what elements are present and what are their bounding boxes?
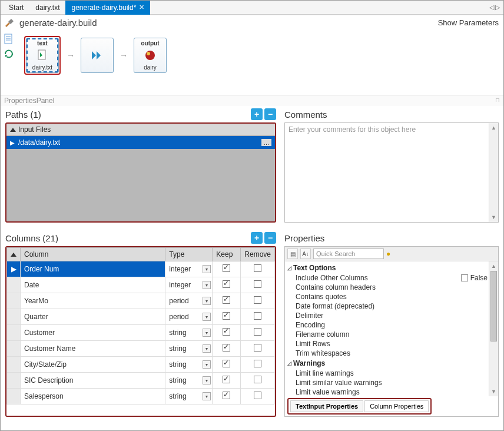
cell-type[interactable]: string▾: [165, 389, 213, 405]
sort-az-icon[interactable]: A↓: [300, 248, 311, 259]
cell-type[interactable]: integer▾: [165, 277, 213, 293]
remove-checkbox[interactable]: [254, 328, 261, 336]
group-warnings[interactable]: ◿Warnings: [287, 358, 498, 369]
remove-path-button[interactable]: −: [264, 108, 276, 120]
remove-checkbox[interactable]: [254, 392, 261, 399]
cell-name[interactable]: Date: [21, 277, 165, 293]
cell-type[interactable]: period▾: [165, 293, 213, 309]
remove-checkbox[interactable]: [254, 264, 261, 272]
prop-limit-line-warnings[interactable]: Limit line warnings: [287, 369, 498, 378]
dropdown-icon[interactable]: ▾: [203, 360, 211, 369]
keep-checkbox[interactable]: [223, 296, 230, 304]
prop-limit-similar-warnings[interactable]: Limit similar value warnings: [287, 378, 498, 387]
prop-limit-value-warnings[interactable]: Limit value warnings: [287, 387, 498, 396]
categorized-icon[interactable]: ▤: [287, 248, 298, 259]
col-header-type[interactable]: Type: [165, 248, 213, 261]
tab-textinput-properties[interactable]: TextInput Properties: [290, 400, 363, 412]
collapse-icon[interactable]: ◿: [287, 360, 291, 366]
cell-type[interactable]: string▾: [165, 373, 213, 389]
keep-checkbox[interactable]: [223, 328, 230, 336]
scroll-up-icon[interactable]: ▲: [489, 123, 498, 132]
tab-column-properties[interactable]: Column Properties: [364, 400, 429, 412]
prop-trim-ws[interactable]: Trim whitespaces: [287, 349, 498, 358]
remove-column-button[interactable]: −: [264, 232, 276, 244]
remove-checkbox[interactable]: [254, 280, 261, 288]
dropdown-icon[interactable]: ▾: [203, 376, 211, 384]
cell-name[interactable]: SIC Description: [21, 373, 165, 389]
tab-nav-left-icon[interactable]: ◁: [489, 4, 494, 11]
scroll-up-icon[interactable]: ▲: [489, 261, 498, 271]
refresh-icon[interactable]: [4, 49, 14, 59]
node-transform[interactable]: [81, 38, 114, 73]
keep-checkbox[interactable]: [223, 344, 230, 352]
scrollbar[interactable]: ▲ ▼: [489, 261, 498, 396]
pin-icon[interactable]: ⊓: [495, 97, 500, 105]
cell-name[interactable]: Customer Name: [21, 341, 165, 357]
remove-checkbox[interactable]: [254, 296, 261, 304]
close-icon[interactable]: ✕: [139, 4, 144, 11]
cell-type[interactable]: integer▾: [165, 261, 213, 277]
cell-name[interactable]: Order Num: [21, 261, 165, 277]
dropdown-icon[interactable]: ▾: [203, 329, 211, 337]
col-header-remove[interactable]: Remove: [241, 248, 275, 261]
cell-type[interactable]: string▾: [165, 357, 213, 373]
node-output[interactable]: output dairy: [134, 38, 167, 73]
dropdown-icon[interactable]: ▾: [203, 297, 211, 305]
table-row[interactable]: Customer string▾: [7, 325, 275, 341]
add-path-button[interactable]: +: [251, 108, 263, 120]
cell-type[interactable]: string▾: [165, 325, 213, 341]
prop-encoding[interactable]: Encoding: [287, 320, 498, 330]
group-text-options[interactable]: ◿Text Options: [287, 263, 498, 273]
collapse-icon[interactable]: ◿: [287, 265, 291, 271]
tab-start[interactable]: Start: [3, 1, 29, 15]
keep-checkbox[interactable]: [223, 392, 230, 399]
checkbox-icon[interactable]: [461, 274, 468, 281]
document-icon[interactable]: [4, 34, 14, 44]
prop-delimiter[interactable]: Delimiter: [287, 311, 498, 320]
cell-name[interactable]: YearMo: [21, 293, 165, 309]
remove-checkbox[interactable]: [254, 344, 261, 352]
keep-checkbox[interactable]: [223, 312, 230, 320]
tab-dairy[interactable]: dairy.txt: [29, 1, 65, 15]
bulb-icon[interactable]: ●: [386, 250, 390, 258]
prop-include-other[interactable]: Include Other ColumnsFalse: [287, 273, 498, 283]
corner-cell[interactable]: [7, 248, 21, 261]
prop-contains-quotes[interactable]: Contains quotes: [287, 292, 498, 301]
dropdown-icon[interactable]: ▾: [203, 344, 211, 353]
keep-checkbox[interactable]: [223, 264, 230, 272]
prop-filename-column[interactable]: Filename column: [287, 330, 498, 339]
dropdown-icon[interactable]: ▾: [203, 265, 211, 273]
keep-checkbox[interactable]: [223, 280, 230, 288]
node-text-input[interactable]: text dairy.txt: [26, 38, 59, 73]
cell-name[interactable]: City/State/Zip: [21, 357, 165, 373]
scrollbar[interactable]: ▲ ▼: [489, 123, 498, 222]
table-row[interactable]: Salesperson string▾: [7, 389, 275, 405]
cell-type[interactable]: string▾: [165, 341, 213, 357]
show-parameters-link[interactable]: Show Parameters: [438, 18, 499, 27]
remove-checkbox[interactable]: [254, 376, 261, 383]
dropdown-icon[interactable]: ▾: [203, 392, 211, 400]
remove-checkbox[interactable]: [254, 312, 261, 320]
prop-contains-headers[interactable]: Contains column headers: [287, 283, 498, 292]
scroll-down-icon[interactable]: ▼: [489, 387, 498, 396]
path-row[interactable]: ▶ /data/dairy.txt ...: [6, 136, 275, 149]
scroll-thumb[interactable]: [490, 271, 497, 342]
keep-checkbox[interactable]: [223, 376, 230, 383]
table-row[interactable]: SIC Description string▾: [7, 373, 275, 389]
col-header-column[interactable]: Column: [21, 248, 165, 261]
dropdown-icon[interactable]: ▾: [203, 281, 211, 289]
table-row[interactable]: Quarter period▾: [7, 309, 275, 325]
prop-limit-rows[interactable]: Limit Rows: [287, 339, 498, 349]
keep-checkbox[interactable]: [223, 360, 230, 367]
table-row[interactable]: YearMo period▾: [7, 293, 275, 309]
col-header-keep[interactable]: Keep: [213, 248, 241, 261]
row-handle[interactable]: ▶: [7, 261, 21, 277]
hammer-icon[interactable]: [4, 18, 14, 29]
add-column-button[interactable]: +: [251, 232, 263, 244]
dropdown-icon[interactable]: ▾: [203, 313, 211, 321]
prop-date-format[interactable]: Date format (deprecated): [287, 301, 498, 311]
tab-nav-right-icon[interactable]: ▷: [495, 4, 500, 11]
comments-panel[interactable]: Enter your comments for this object here…: [284, 122, 499, 223]
tab-generate-dairy[interactable]: generate-dairy.build*✕: [65, 1, 150, 15]
cell-name[interactable]: Quarter: [21, 309, 165, 325]
